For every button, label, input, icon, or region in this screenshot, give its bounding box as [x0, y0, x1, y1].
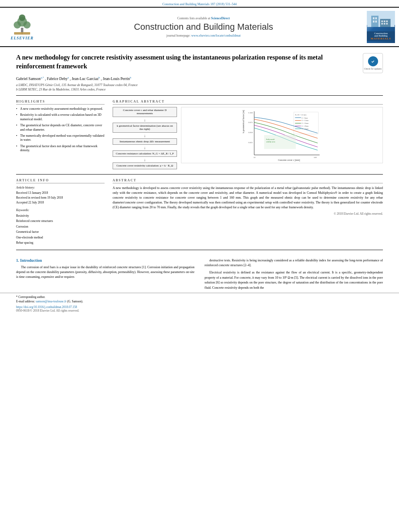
flowchart-box-1: Concrete cover c and rebar diameter D me… — [113, 107, 177, 117]
svg-point-4 — [19, 14, 25, 21]
svg-text:E = 16mm: E = 16mm — [302, 122, 309, 124]
sciencedirect-link[interactable]: ScienceDirect — [211, 16, 230, 20]
flowchart-arrow-2: ↓ — [113, 134, 177, 138]
svg-text:E = 20mm: E = 20mm — [302, 125, 309, 127]
svg-text:Fully model: Fully model — [266, 138, 275, 140]
svg-text:100: 100 — [314, 156, 317, 158]
svg-rect-10 — [373, 17, 374, 19]
journal-title: Construction and Building Materials — [44, 22, 363, 32]
keywords-list: Resistivity Reinforced concrete structur… — [16, 213, 105, 246]
flowchart-arrow-3: ↓ — [113, 146, 177, 150]
footnote-area: * Corresponding author. E-mail address: … — [0, 293, 399, 314]
keyword-6: Rebar spacing — [16, 240, 105, 246]
body-col-left: 1. Introduction The corrosion of steel b… — [16, 258, 195, 293]
graphical-abstract-chart: k geometrical factor [m] Concrete cover … — [181, 107, 383, 163]
journal-header: ELSEVIER Contents lists available at Sci… — [0, 7, 399, 47]
body-two-col: 1. Introduction The corrosion of steel b… — [0, 258, 399, 293]
svg-point-3 — [23, 21, 31, 29]
article-content-area: A new methodology for concrete resistivi… — [0, 47, 399, 258]
journal-cover-image: Constructionand Building MATERIALS — [367, 11, 395, 43]
intro-section-header: 1. Introduction — [16, 258, 195, 263]
keyword-4: Geometrical factor — [16, 229, 105, 235]
corresponding-note: * Corresponding author. — [16, 295, 383, 299]
highlights-section: HIGHLIGHTS A new concrete resistivity as… — [16, 100, 105, 170]
affiliation-b: b LERM SETEC, 23 Rue de la Madeleine, 13… — [16, 88, 383, 91]
check-updates-label: Check for updates — [364, 68, 382, 70]
affiliation-a: a LMDC, INSAT/UPS Génie Civil, 135 Avenu… — [16, 83, 383, 87]
flowchart-box-3: Instantaneous ohmic drop ΔE₀ measurement — [113, 138, 177, 145]
sciencedirect-line: Contents lists available at ScienceDirec… — [44, 16, 363, 20]
svg-text:D_CE = 22 mm: D_CE = 22 mm — [295, 114, 307, 116]
svg-text:10: 10 — [253, 156, 255, 158]
flowchart-box-2: k geometrical factor determination (see … — [113, 123, 177, 133]
article-title: A new methodology for concrete resistivi… — [16, 53, 383, 71]
svg-rect-19 — [386, 23, 388, 25]
authors-line: Gabriel Samsona,* , Fabrice Debya , Jean… — [16, 76, 383, 81]
highlight-item-4: The numerically developed method was exp… — [16, 134, 105, 142]
keyword-3: Corrosion — [16, 224, 105, 230]
abstract-header: ABSTRACT — [113, 179, 383, 183]
highlights-header: HIGHLIGHTS — [16, 100, 105, 105]
highlight-item-5: The geometrical factor does not depend o… — [16, 144, 105, 153]
cover-building-icon — [367, 12, 395, 27]
flowchart-arrow-4: ↓ — [113, 158, 177, 162]
svg-text:E = 8mm: E = 8mm — [302, 117, 308, 119]
doi-line[interactable]: https://doi.org/10.1016/j.conbuildmat.20… — [16, 305, 383, 309]
intro-col1-text: The corrosion of steel bars is a major i… — [16, 265, 195, 280]
graphical-abstract-section: GRAPHICAL ABSTRACT Concrete cover c and … — [113, 100, 383, 170]
elsevier-tree-icon — [10, 14, 34, 36]
svg-text:E = 12mm: E = 12mm — [302, 119, 309, 121]
article-history-label: Article history: — [16, 186, 105, 189]
svg-rect-16 — [386, 21, 388, 22]
abstract-section: ABSTRACT A new methodology is developed … — [113, 179, 383, 246]
article-info-abstract-row: ARTICLE INFO Article history: Received 1… — [16, 179, 383, 246]
svg-rect-8 — [371, 16, 378, 27]
article-info-header: ARTICLE INFO — [16, 179, 105, 183]
svg-rect-13 — [375, 21, 377, 23]
highlights-list: A new concrete resistivity assessment me… — [16, 107, 105, 153]
rights-line: 0950-0618/© 2018 Elsevier Ltd. All right… — [16, 309, 383, 312]
svg-rect-14 — [381, 21, 383, 22]
keyword-2: Reinforced concrete structures — [16, 218, 105, 224]
email-link[interactable]: samson@insa-toulouse.fr — [36, 300, 66, 303]
flowchart-box-5: Concrete cover resistivity calculation: … — [113, 162, 177, 169]
intro-col2-text: destructive tests. Resistivity is being … — [205, 258, 383, 290]
flowchart-box-4: Concrete resistance calculation: N_G = Δ… — [113, 150, 177, 157]
keyword-1: Resistivity — [16, 213, 105, 219]
graphical-abstract-header: GRAPHICAL ABSTRACT — [113, 100, 383, 105]
flowchart-arrow-1: ↓ — [113, 118, 177, 122]
svg-rect-17 — [381, 23, 383, 25]
graphical-abstract-content: Concrete cover c and rebar diameter D me… — [113, 107, 383, 170]
divider-3 — [16, 250, 383, 250]
svg-rect-18 — [384, 23, 385, 25]
highlight-item-3: The geometrical factor depends on CE dia… — [16, 123, 105, 132]
journal-header-center: Contents lists available at ScienceDirec… — [44, 16, 363, 37]
abstract-text: A new methodology is developed to assess… — [113, 186, 383, 210]
elsevier-logo: ELSEVIER — [4, 14, 40, 40]
keywords-label: Keywords: — [16, 208, 105, 212]
svg-text:E = 25mm: E = 25mm — [302, 128, 309, 130]
author-sup-b2: b — [130, 76, 132, 79]
abstract-rights: © 2018 Elsevier Ltd. All rights reserved… — [113, 212, 383, 216]
check-updates-badge[interactable]: Check for updates — [363, 53, 383, 73]
svg-text:validity area: validity area — [266, 141, 276, 143]
svg-point-2 — [14, 21, 21, 29]
journal-homepage-link[interactable]: www.elsevier.com/locate/conbuildmat — [191, 34, 241, 37]
svg-text:Concrete cover c [mm]: Concrete cover c [mm] — [278, 159, 300, 162]
author-sup-a2: a — [68, 76, 69, 79]
journal-homepage: journal homepage: www.elsevier.com/locat… — [44, 34, 363, 37]
highlights-graphical-row: HIGHLIGHTS A new concrete resistivity as… — [16, 100, 383, 170]
svg-rect-11 — [375, 17, 377, 19]
elsevier-brand-text: ELSEVIER — [11, 36, 34, 40]
svg-text:0.100: 0.100 — [248, 112, 253, 114]
svg-text:0.025: 0.025 — [248, 142, 253, 144]
highlight-item-1: A new concrete resistivity assessment me… — [16, 107, 105, 111]
body-col-right: destructive tests. Resistivity is being … — [205, 258, 383, 293]
divider-1 — [16, 95, 383, 96]
cover-title-text: Constructionand Building MATERIALS — [367, 31, 395, 41]
svg-text:0.075: 0.075 — [248, 121, 253, 123]
email-line: E-mail address: samson@insa-toulouse.fr … — [16, 300, 383, 303]
author-sup-b: b — [99, 76, 100, 79]
svg-rect-15 — [384, 21, 385, 22]
svg-text:k geometrical factor [m]: k geometrical factor [m] — [242, 110, 245, 133]
